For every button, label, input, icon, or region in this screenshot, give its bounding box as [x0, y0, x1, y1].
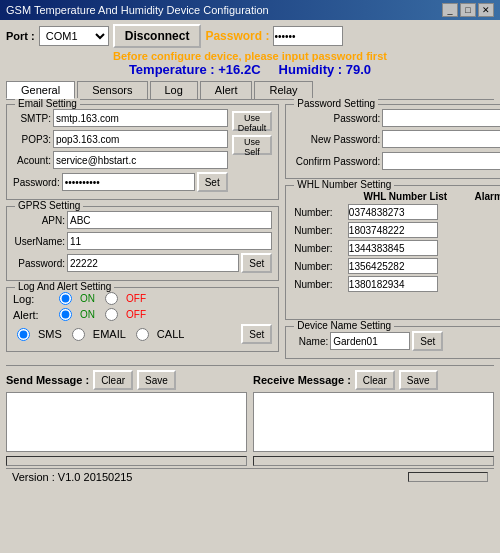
gprs-set-button[interactable]: Set	[241, 253, 272, 273]
device-name-input[interactable]	[330, 332, 410, 350]
maximize-button[interactable]: □	[460, 3, 476, 17]
email-password-input[interactable]	[62, 173, 195, 191]
progress-bar	[408, 472, 488, 482]
port-label: Port :	[6, 30, 35, 42]
name-label: Name:	[292, 336, 328, 347]
email-radio[interactable]	[72, 328, 85, 341]
window-title: GSM Temperature And Humidity Device Conf…	[6, 4, 269, 16]
receive-message-section: Receive Message : Clear Save	[253, 370, 494, 466]
log-alert-title: Log And Alert Setting	[15, 281, 114, 292]
use-default-button[interactable]: UseDefault	[232, 111, 273, 131]
humidity-value: 79.0	[346, 62, 371, 77]
email-password-label: Password:	[13, 177, 60, 188]
version-text: Version : V1.0 20150215	[12, 471, 132, 483]
right-panel: Password Setting Password: New Password:…	[285, 104, 500, 365]
humidity-label: Humidity :	[279, 62, 343, 77]
alert-on-radio[interactable]	[59, 308, 72, 321]
email-set-button[interactable]: Set	[197, 172, 228, 192]
pop3-input[interactable]	[53, 130, 228, 148]
whl-table-row: Number:	[292, 275, 500, 293]
tab-log[interactable]: Log	[150, 81, 198, 99]
new-pw-label: New Password:	[292, 134, 380, 145]
settings-panels: Email Setting SMTP: POP3: Acount:	[6, 104, 494, 365]
pw-input[interactable]	[382, 109, 500, 127]
send-save-button[interactable]: Save	[137, 370, 176, 390]
apn-input[interactable]	[67, 211, 272, 229]
whl-number-label-3: Number:	[292, 257, 346, 275]
apn-label: APN:	[13, 215, 65, 226]
send-clear-button[interactable]: Clear	[93, 370, 133, 390]
receive-save-button[interactable]: Save	[399, 370, 438, 390]
device-name-title: Device Name Setting	[294, 320, 394, 331]
whl-table-row: Number:	[292, 239, 500, 257]
disconnect-button[interactable]: Disconnect	[113, 24, 202, 48]
account-label: Acount:	[13, 155, 51, 166]
whl-list-header: WHL Number List	[346, 190, 465, 203]
use-self-button[interactable]: Use Self	[232, 135, 273, 155]
send-scrollbar-h[interactable]	[6, 456, 247, 466]
sms-label: SMS	[38, 328, 62, 340]
temperature-value: +16.2C	[218, 62, 260, 77]
alert-label: Alert:	[13, 309, 49, 321]
temperature-label: Temperature :	[129, 62, 215, 77]
username-label: UserName:	[13, 236, 65, 247]
device-name-group: Device Name Setting Name: Set	[285, 326, 500, 359]
window-controls[interactable]: _ □ ✕	[442, 3, 494, 17]
account-input[interactable]	[53, 151, 228, 169]
gprs-setting-group: GPRS Setting APN: UserName: Password: Se…	[6, 206, 279, 281]
confirm-pw-input[interactable]	[382, 152, 500, 170]
tab-sensors[interactable]: Sensors	[77, 81, 147, 99]
receive-scrollbar-h[interactable]	[253, 456, 494, 466]
log-set-button[interactable]: Set	[241, 324, 272, 344]
receive-message-area[interactable]	[253, 392, 494, 452]
tab-relay[interactable]: Relay	[254, 81, 312, 99]
whl-table-row: Number:	[292, 221, 500, 239]
tab-general[interactable]: General	[6, 81, 75, 99]
log-alert-group: Log And Alert Setting Log: ON OFF Alert:…	[6, 287, 279, 352]
whl-number-input-3[interactable]	[348, 258, 438, 274]
left-panel: Email Setting SMTP: POP3: Acount:	[6, 104, 279, 365]
alert-off-radio[interactable]	[105, 308, 118, 321]
log-on-label: ON	[80, 293, 95, 304]
message-section: Send Message : Clear Save Receive Messag…	[6, 365, 494, 468]
whl-number-input-4[interactable]	[348, 276, 438, 292]
tab-alert[interactable]: Alert	[200, 81, 253, 99]
receive-clear-button[interactable]: Clear	[355, 370, 395, 390]
minimize-button[interactable]: _	[442, 3, 458, 17]
new-pw-input[interactable]	[382, 130, 500, 148]
device-name-set-button[interactable]: Set	[412, 331, 443, 351]
log-off-label: OFF	[126, 293, 146, 304]
whl-number-title: WHL Number Setting	[294, 179, 394, 190]
whl-number-input-0[interactable]	[348, 204, 438, 220]
temp-humidity-display: Temperature : +16.2C Humidity : 79.0	[6, 62, 494, 77]
whl-number-input-2[interactable]	[348, 240, 438, 256]
call-label: CALL	[157, 328, 185, 340]
call-radio[interactable]	[136, 328, 149, 341]
close-button[interactable]: ✕	[478, 3, 494, 17]
whl-number-label-2: Number:	[292, 239, 346, 257]
gprs-password-input[interactable]	[67, 254, 239, 272]
send-message-area[interactable]	[6, 392, 247, 452]
password-setting-group: Password Setting Password: New Password:…	[285, 104, 500, 179]
pop3-label: POP3:	[13, 134, 51, 145]
username-input[interactable]	[67, 232, 272, 250]
alert-on-label: ON	[80, 309, 95, 320]
receive-message-label: Receive Message :	[253, 374, 351, 386]
gprs-setting-title: GPRS Setting	[15, 200, 83, 211]
sms-radio[interactable]	[17, 328, 30, 341]
gprs-password-label: Password:	[13, 258, 65, 269]
whl-number-input-1[interactable]	[348, 222, 438, 238]
confirm-pw-label: Confirm Password:	[292, 156, 380, 167]
email-setting-title: Email Setting	[15, 98, 80, 109]
password-input[interactable]	[273, 26, 343, 46]
log-on-radio[interactable]	[59, 292, 72, 305]
log-off-radio[interactable]	[105, 292, 118, 305]
smtp-input[interactable]	[53, 109, 228, 127]
whl-table-row: Number:	[292, 257, 500, 275]
password-setting-title: Password Setting	[294, 98, 378, 109]
whl-table: WHL Number List Alarm Enable Number: Num…	[292, 190, 500, 293]
pw-label: Password:	[292, 113, 380, 124]
main-content: Port : COM1 Disconnect Password : Before…	[0, 20, 500, 489]
port-select[interactable]: COM1	[39, 26, 109, 46]
smtp-label: SMTP:	[13, 113, 51, 124]
